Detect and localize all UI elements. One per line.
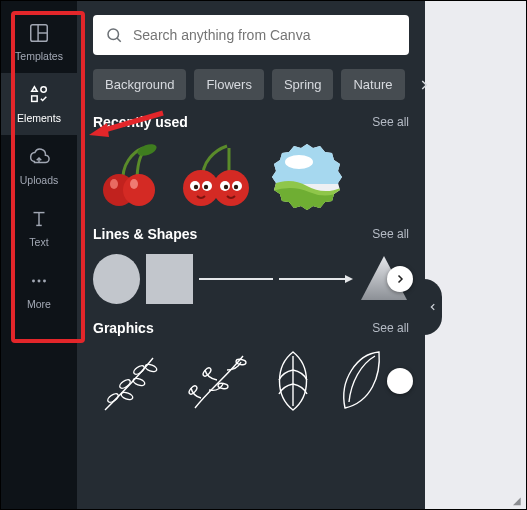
svg-point-13: [110, 179, 118, 189]
svg-point-31: [106, 392, 119, 404]
svg-point-35: [132, 364, 145, 376]
svg-point-10: [136, 142, 158, 158]
element-leaf-outline[interactable]: [265, 346, 321, 416]
svg-point-19: [194, 185, 198, 189]
element-line[interactable]: [199, 254, 273, 304]
section-title: Lines & Shapes: [93, 226, 197, 242]
sidebar-item-label: Uploads: [20, 174, 59, 186]
scroll-indicator-icon: ◢: [510, 493, 524, 507]
see-all-link[interactable]: See all: [372, 321, 409, 335]
svg-point-32: [120, 391, 133, 401]
chip-background[interactable]: Background: [93, 69, 186, 100]
element-circle[interactable]: [93, 254, 140, 304]
chevron-left-icon: [428, 302, 438, 312]
chevron-right-icon: [394, 375, 406, 387]
chevron-right-icon: [394, 273, 406, 285]
row-next-button[interactable]: [387, 368, 413, 394]
svg-point-6: [38, 280, 41, 283]
search-bar[interactable]: [93, 15, 409, 55]
more-icon: [28, 270, 50, 292]
element-branch-leaves-2[interactable]: [179, 346, 255, 416]
svg-point-8: [108, 29, 119, 40]
svg-point-14: [130, 179, 138, 189]
sidebar-item-more[interactable]: More: [1, 259, 77, 321]
sidebar-item-label: Elements: [17, 112, 61, 124]
elements-panel: Background Flowers Spring Nature Recentl…: [77, 1, 425, 509]
element-branch-leaves-1[interactable]: [93, 346, 169, 416]
elements-icon: [28, 84, 50, 106]
section-title: Graphics: [93, 320, 154, 336]
svg-point-5: [32, 280, 35, 283]
section-lines-shapes: Lines & Shapes See all: [93, 226, 409, 306]
svg-point-16: [213, 170, 249, 206]
section-graphics: Graphics See all: [93, 320, 409, 416]
row-next-button[interactable]: [387, 266, 413, 292]
sidebar-item-text[interactable]: Text: [1, 197, 77, 259]
sidebar-item-templates[interactable]: Templates: [1, 11, 77, 73]
chevron-right-icon: [417, 78, 431, 92]
sidebar: Templates Elements Uploads Text More: [1, 1, 77, 509]
section-recently-used: Recently used See all: [93, 114, 409, 212]
sidebar-item-elements[interactable]: Elements: [1, 73, 77, 135]
chips-next-button[interactable]: [413, 74, 435, 96]
search-icon: [105, 26, 123, 44]
svg-point-26: [285, 155, 313, 169]
chip-flowers[interactable]: Flowers: [194, 69, 264, 100]
sidebar-item-label: Text: [29, 236, 48, 248]
element-landscape-badge[interactable]: [269, 140, 345, 212]
chip-nature[interactable]: Nature: [341, 69, 404, 100]
svg-rect-4: [32, 96, 38, 102]
element-cherries-cartoon[interactable]: [175, 142, 259, 210]
chip-spring[interactable]: Spring: [272, 69, 334, 100]
see-all-link[interactable]: See all: [372, 115, 409, 129]
svg-marker-29: [345, 275, 353, 283]
svg-point-23: [224, 185, 228, 189]
svg-line-9: [117, 38, 121, 42]
svg-point-33: [118, 378, 131, 390]
element-arrow-line[interactable]: [279, 254, 353, 304]
svg-point-7: [43, 280, 46, 283]
svg-point-39: [202, 366, 212, 377]
chip-row: Background Flowers Spring Nature: [93, 69, 409, 100]
svg-point-34: [132, 377, 145, 387]
canvas-area[interactable]: [425, 1, 526, 509]
search-input[interactable]: [133, 27, 397, 43]
svg-point-37: [188, 384, 198, 395]
uploads-icon: [28, 146, 50, 168]
section-title: Recently used: [93, 114, 188, 130]
templates-icon: [28, 22, 50, 44]
element-curved-leaf[interactable]: [331, 346, 387, 416]
svg-point-20: [204, 185, 208, 189]
svg-point-24: [234, 185, 238, 189]
svg-point-3: [41, 87, 47, 93]
text-icon: [28, 208, 50, 230]
svg-point-12: [123, 174, 155, 206]
sidebar-item-label: Templates: [15, 50, 63, 62]
element-square[interactable]: [146, 254, 193, 304]
see-all-link[interactable]: See all: [372, 227, 409, 241]
element-cherries[interactable]: [93, 142, 165, 210]
sidebar-item-uploads[interactable]: Uploads: [1, 135, 77, 197]
sidebar-item-label: More: [27, 298, 51, 310]
svg-point-36: [144, 363, 157, 373]
